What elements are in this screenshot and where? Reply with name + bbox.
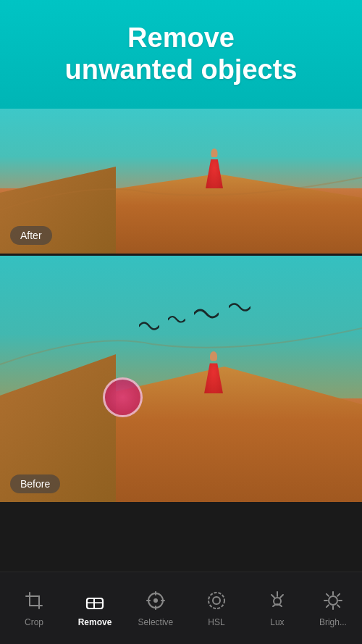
after-badge: After: [10, 226, 52, 245]
brush-circle: [103, 377, 143, 417]
svg-point-8: [209, 593, 224, 609]
tool-brightness[interactable]: Brigh...: [316, 583, 350, 633]
lux-label: Lux: [270, 617, 284, 627]
bird-4: [229, 301, 251, 314]
figure-before: [203, 351, 224, 393]
svg-line-22: [327, 605, 329, 607]
tool-lux[interactable]: Lux: [256, 583, 299, 633]
hsl-icon: [205, 589, 228, 612]
tool-hsl[interactable]: HSL: [195, 583, 238, 633]
figure-after: [204, 149, 224, 188]
bird-2: [168, 314, 185, 325]
svg-line-11: [280, 595, 283, 598]
remove-icon: [83, 589, 106, 612]
header-title: Remove unwanted objects: [65, 22, 298, 85]
bird-3: [194, 306, 219, 321]
photo-after: After: [0, 109, 362, 254]
figure-head-before: [210, 351, 217, 361]
svg-line-12: [272, 595, 274, 598]
figure-dress-before: [204, 363, 223, 393]
toolbar: Crop Remove Selective: [0, 572, 362, 644]
selective-label: Selective: [138, 617, 174, 627]
before-badge: Before: [10, 474, 60, 493]
tool-selective[interactable]: Selective: [134, 583, 177, 633]
brightness-label: Brigh...: [319, 617, 347, 627]
photo-before: Before: [0, 256, 362, 502]
svg-line-20: [337, 605, 340, 607]
figure-head-after: [211, 149, 218, 157]
svg-line-19: [327, 594, 329, 596]
svg-point-9: [213, 597, 220, 604]
tool-crop[interactable]: Crop: [12, 583, 56, 633]
crop-label: Crop: [25, 617, 43, 627]
dune-detail-before: [0, 256, 362, 502]
hsl-label: HSL: [208, 617, 224, 627]
figure-dress-after: [206, 159, 223, 188]
svg-line-21: [337, 594, 340, 596]
crop-icon: [22, 589, 46, 612]
selective-icon: [144, 589, 167, 612]
header-section: Remove unwanted objects: [0, 0, 362, 109]
brightness-icon: [321, 589, 345, 612]
tool-remove[interactable]: Remove: [73, 583, 117, 633]
dune-detail-after: [0, 109, 362, 254]
svg-point-14: [329, 596, 337, 605]
lux-icon: [266, 589, 289, 612]
bird-1: [139, 319, 159, 333]
remove-label: Remove: [78, 617, 112, 627]
svg-point-3: [153, 598, 158, 603]
